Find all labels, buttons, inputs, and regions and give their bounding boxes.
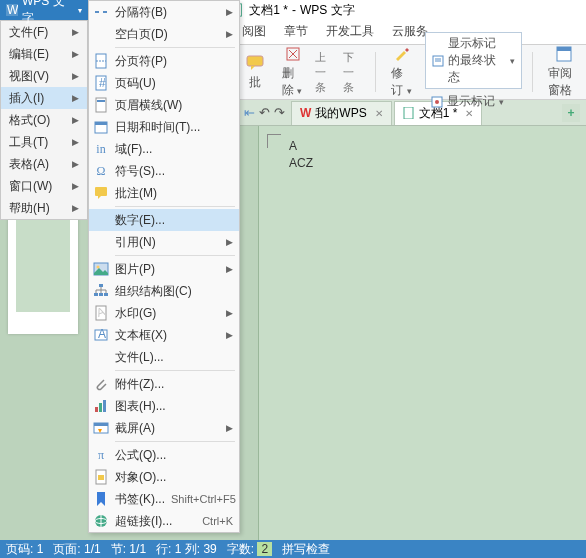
link-icon	[93, 513, 109, 529]
submenu-item[interactable]: 图片(P)▶	[89, 258, 239, 280]
submenu-item[interactable]: in域(F)...	[89, 138, 239, 160]
submenu-item[interactable]: 引用(N)▶	[89, 231, 239, 253]
submenu-item[interactable]: A文本框(X)▶	[89, 324, 239, 346]
delete-icon	[284, 45, 302, 63]
submenu-item[interactable]: 批注(M)	[89, 182, 239, 204]
submenu-item[interactable]: 对象(O)...	[89, 466, 239, 488]
menubar-item[interactable]: 视图(V)▶	[1, 65, 87, 87]
track-state-dropdown[interactable]: 显示标记的最终状态 ▾	[425, 32, 522, 89]
svg-rect-15	[404, 107, 413, 119]
new-tab-button[interactable]: +	[562, 104, 580, 122]
chevron-right-icon: ▶	[226, 7, 233, 17]
chevron-down-icon: ▾	[407, 86, 412, 96]
submenu-item[interactable]: 图表(H)...	[89, 395, 239, 417]
submenu-item[interactable]: 空白页(D)▶	[89, 23, 239, 45]
tab-my-wps[interactable]: W 我的WPS ✕	[291, 101, 392, 125]
status-section[interactable]: 节: 1/1	[111, 541, 146, 558]
sep-icon	[93, 4, 109, 20]
ribbon-separator	[532, 52, 533, 92]
submenu-item[interactable]: 附件(Z)...	[89, 373, 239, 395]
document-page[interactable]: A ACZ	[258, 126, 586, 540]
ribbon-tab-section[interactable]: 章节	[282, 19, 310, 44]
nav-back-icon[interactable]: ⇤	[244, 105, 255, 120]
insert-submenu: 分隔符(B)▶空白页(D)▶分页符(P)#页码(U)页眉横线(W)日期和时间(T…	[88, 0, 240, 533]
submenu-item[interactable]: 分页符(P)	[89, 50, 239, 72]
ribbon-review-pane-button[interactable]: 审阅窗格	[542, 43, 586, 101]
wps-logo-icon: W	[300, 106, 311, 120]
wps-logo-icon: W	[6, 4, 18, 16]
svg-rect-31	[99, 284, 103, 287]
submenu-item[interactable]: 数字(E)...	[89, 209, 239, 231]
chevron-down-icon: ▾	[78, 6, 82, 15]
menu-separator	[115, 255, 235, 256]
menubar-item[interactable]: 窗口(W)▶	[1, 175, 87, 197]
svg-rect-33	[99, 293, 103, 296]
menubar-item[interactable]: 文件(F)▶	[1, 21, 87, 43]
close-icon[interactable]: ✕	[375, 108, 383, 119]
status-words[interactable]: 字数: 2	[227, 541, 272, 558]
track-state-icon	[432, 55, 444, 67]
ribbon-prev-button[interactable]: 上一条	[315, 50, 337, 95]
submenu-item[interactable]: 截屏(A)▶	[89, 417, 239, 439]
menubar-item[interactable]: 工具(T)▶	[1, 131, 87, 153]
chevron-down-icon: ▾	[297, 86, 302, 96]
chevron-right-icon: ▶	[226, 423, 233, 433]
svg-rect-48	[94, 423, 108, 426]
svg-point-30	[97, 266, 100, 269]
document-text: A ACZ	[289, 138, 313, 172]
ribbon-next-button[interactable]: 下一条	[343, 50, 365, 95]
submenu-item[interactable]: 超链接(I)...Ctrl+K	[89, 510, 239, 532]
submenu-item[interactable]: Ω符号(S)...	[89, 160, 239, 182]
menubar-item[interactable]: 插入(I)▶	[1, 87, 87, 109]
ribbon-delete-button[interactable]: 删除 ▾	[276, 43, 309, 101]
chevron-down-icon: ▾	[499, 97, 504, 107]
chevron-right-icon: ▶	[72, 49, 79, 59]
svg-rect-14	[557, 47, 571, 51]
submenu-item[interactable]: 分隔符(B)▶	[89, 1, 239, 23]
chevron-right-icon: ▶	[226, 29, 233, 39]
menu-separator	[115, 47, 235, 48]
menu-separator	[115, 441, 235, 442]
hline-icon	[93, 97, 109, 113]
menubar-item[interactable]: 帮助(H)▶	[1, 197, 87, 219]
org-icon	[93, 283, 109, 299]
blank-icon	[93, 212, 109, 228]
submenu-item[interactable]: π公式(Q)...	[89, 444, 239, 466]
title-doc: 文档1 *	[249, 2, 288, 19]
status-pages[interactable]: 页面: 1/1	[53, 541, 100, 558]
menu-separator	[115, 206, 235, 207]
menubar-item[interactable]: 表格(A)▶	[1, 153, 87, 175]
svg-text:W: W	[7, 4, 18, 16]
ribbon-review-button[interactable]: 批	[240, 52, 270, 93]
chevron-right-icon: ▶	[72, 181, 79, 191]
undo-icon[interactable]: ↶	[259, 105, 270, 120]
submenu-item[interactable]: 文件(L)...	[89, 346, 239, 368]
svg-rect-44	[95, 407, 98, 412]
chevron-right-icon: ▶	[226, 330, 233, 340]
chevron-right-icon: ▶	[72, 115, 79, 125]
status-page[interactable]: 页码: 1	[6, 541, 43, 558]
submenu-item[interactable]: 组织结构图(C)	[89, 280, 239, 302]
submenu-item[interactable]: 书签(K)...Shift+Ctrl+F5	[89, 488, 239, 510]
status-row-col[interactable]: 行: 1 列: 39	[156, 541, 217, 558]
menubar-item[interactable]: 编辑(E)▶	[1, 43, 87, 65]
show-marks-dropdown[interactable]: 显示标记 ▾	[425, 91, 522, 112]
svg-text:#: #	[99, 76, 106, 90]
ribbon-tab-dev[interactable]: 开发工具	[324, 19, 376, 44]
ribbon-track-button[interactable]: 修订 ▾	[385, 43, 418, 101]
menubar-item[interactable]: 格式(O)▶	[1, 109, 87, 131]
app-menu-button[interactable]: W WPS 文字 ▾	[0, 0, 88, 20]
track-icon	[393, 45, 411, 63]
chevron-down-icon: ▾	[510, 56, 515, 66]
pgbrk-icon	[93, 53, 109, 69]
chevron-right-icon: ▶	[72, 27, 79, 37]
submenu-item[interactable]: 日期和时间(T)...	[89, 116, 239, 138]
page-corner-mark	[267, 134, 281, 148]
redo-icon[interactable]: ↷	[274, 105, 285, 120]
submenu-item[interactable]: 页眉横线(W)	[89, 94, 239, 116]
chevron-right-icon: ▶	[226, 308, 233, 318]
submenu-item[interactable]: #页码(U)	[89, 72, 239, 94]
status-spellcheck[interactable]: 拼写检查	[282, 541, 330, 558]
ribbon-tab-view[interactable]: 阅图	[240, 19, 268, 44]
submenu-item[interactable]: A水印(G)▶	[89, 302, 239, 324]
